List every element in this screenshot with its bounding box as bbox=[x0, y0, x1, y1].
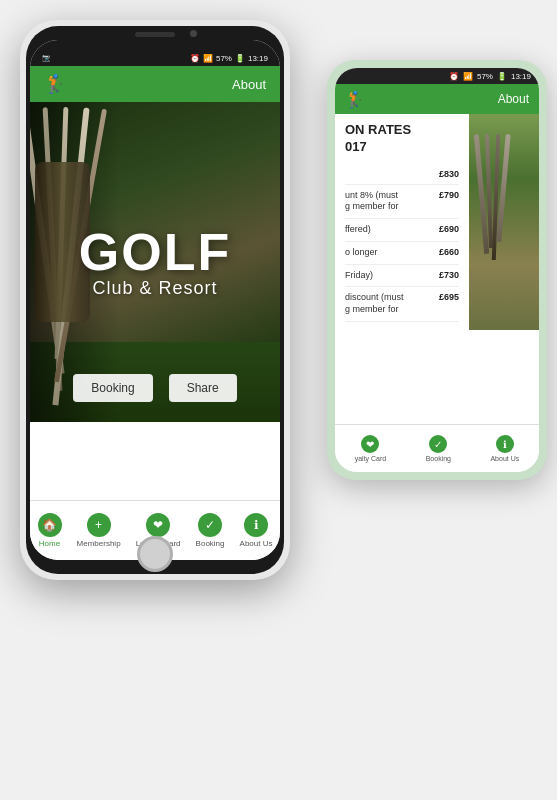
front-camera bbox=[190, 30, 197, 37]
front-nav-booking[interactable]: ✓ Booking bbox=[196, 513, 225, 548]
back-status-bar: ⏰ 📶 57% 🔋 13:19 bbox=[335, 68, 539, 84]
rate-row-4: o longer £660 bbox=[345, 242, 459, 265]
front-status-icons: ⏰ 📶 57% 🔋 13:19 bbox=[190, 54, 268, 63]
front-time: 13:19 bbox=[248, 54, 268, 63]
back-heart-icon: ❤ bbox=[361, 435, 379, 453]
back-header-title: About bbox=[498, 92, 529, 106]
phone-front: 📷 ⏰ 📶 57% 🔋 13:19 🏌 About bbox=[20, 20, 290, 580]
front-nav-about[interactable]: ℹ About Us bbox=[240, 513, 273, 548]
back-wifi-icon: 📶 bbox=[463, 72, 473, 81]
rate-price-4: £660 bbox=[439, 247, 459, 257]
loyalty-icon: ❤ bbox=[146, 513, 170, 537]
front-speaker bbox=[135, 32, 175, 37]
rate-label-5: Friday) bbox=[345, 270, 439, 282]
rate-label-3: ffered) bbox=[345, 224, 439, 236]
rate-row-3: ffered) £690 bbox=[345, 219, 459, 242]
rate-label-2: unt 8% (mustg member for bbox=[345, 190, 439, 213]
back-golfer-icon: 🏌 bbox=[345, 90, 365, 109]
front-nav-membership[interactable]: + Membership bbox=[77, 513, 121, 548]
rates-title-line1: ON RATES bbox=[345, 122, 459, 139]
rate-price-5: £730 bbox=[439, 270, 459, 280]
front-alarm: ⏰ bbox=[190, 54, 200, 63]
hero-buttons: Booking Share bbox=[30, 374, 280, 402]
rate-row-1: £830 bbox=[345, 164, 459, 185]
front-camera-dot: 📷 bbox=[42, 54, 51, 62]
front-battery: 🔋 bbox=[235, 54, 245, 63]
phone-back: ⏰ 📶 57% 🔋 13:19 🏌 About ON RATES 017 bbox=[327, 60, 547, 480]
front-nav-home[interactable]: 🏠 Home bbox=[38, 513, 62, 548]
scene: ⏰ 📶 57% 🔋 13:19 🏌 About ON RATES 017 bbox=[0, 0, 557, 800]
back-alarm-icon: ⏰ bbox=[449, 72, 459, 81]
back-nav-booking-label: Booking bbox=[426, 455, 451, 462]
front-hero: GOLF Club & Resort Booking Share bbox=[30, 102, 280, 422]
back-nav-loyalty-label: yalty Card bbox=[355, 455, 387, 462]
booking-button[interactable]: Booking bbox=[73, 374, 152, 402]
back-time: 13:19 bbox=[511, 72, 531, 81]
hero-title: GOLF bbox=[79, 226, 231, 278]
back-signal: 57% bbox=[477, 72, 493, 81]
rate-price-6: £695 bbox=[439, 292, 459, 302]
hero-subtitle: Club & Resort bbox=[79, 278, 231, 299]
front-header: 🏌 About bbox=[30, 66, 280, 102]
back-nav-loyalty[interactable]: ❤ yalty Card bbox=[355, 435, 387, 462]
front-home-button[interactable] bbox=[137, 536, 173, 572]
rate-price-3: £690 bbox=[439, 224, 459, 234]
rate-row-5: Friday) £730 bbox=[345, 265, 459, 288]
front-status-bar: 📷 ⏰ 📶 57% 🔋 13:19 bbox=[30, 40, 280, 66]
front-signal: 57% bbox=[216, 54, 232, 63]
rates-title-line2: 017 bbox=[345, 139, 459, 156]
back-info-icon: ℹ bbox=[496, 435, 514, 453]
membership-icon: + bbox=[87, 513, 111, 537]
rate-label-6: discount (mustg member for bbox=[345, 292, 439, 315]
front-screen: 📷 ⏰ 📶 57% 🔋 13:19 🏌 About bbox=[30, 40, 280, 560]
home-icon: 🏠 bbox=[38, 513, 62, 537]
back-header: 🏌 About bbox=[335, 84, 539, 114]
rate-label-4: o longer bbox=[345, 247, 439, 259]
about-icon: ℹ bbox=[244, 513, 268, 537]
front-nav-about-label: About Us bbox=[240, 539, 273, 548]
back-check-icon: ✓ bbox=[429, 435, 447, 453]
front-nav-booking-label: Booking bbox=[196, 539, 225, 548]
back-nav-about[interactable]: ℹ About Us bbox=[490, 435, 519, 462]
rate-price-2: £790 bbox=[439, 190, 459, 200]
front-wifi: 📶 bbox=[203, 54, 213, 63]
back-bottom-nav: ❤ yalty Card ✓ Booking ℹ About Us bbox=[335, 424, 539, 472]
front-nav-home-label: Home bbox=[39, 539, 60, 548]
booking-nav-icon: ✓ bbox=[198, 513, 222, 537]
rate-price-1: £830 bbox=[439, 169, 459, 179]
back-nav-booking[interactable]: ✓ Booking bbox=[426, 435, 451, 462]
rate-row-2: unt 8% (mustg member for £790 bbox=[345, 185, 459, 219]
front-header-title: About bbox=[232, 77, 266, 92]
back-content: ON RATES 017 £830 unt 8% (mustg member f… bbox=[335, 114, 539, 330]
rate-row-6: discount (mustg member for £695 bbox=[345, 287, 459, 321]
back-battery-icon: 🔋 bbox=[497, 72, 507, 81]
hero-text: GOLF Club & Resort bbox=[79, 226, 231, 299]
front-nav-membership-label: Membership bbox=[77, 539, 121, 548]
back-nav-about-label: About Us bbox=[490, 455, 519, 462]
front-golfer-icon: 🏌 bbox=[44, 73, 66, 95]
back-rates-title: ON RATES 017 bbox=[345, 122, 459, 156]
share-button[interactable]: Share bbox=[169, 374, 237, 402]
